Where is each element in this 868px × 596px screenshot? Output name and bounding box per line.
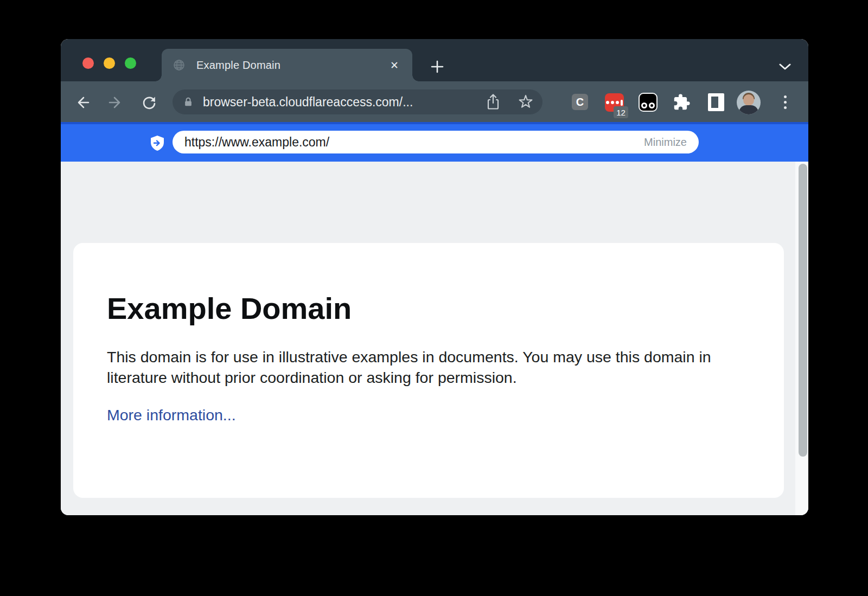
active-tab[interactable]: Example Domain ✕ [162,49,412,81]
browser-menu-button[interactable] [778,92,792,112]
address-bar[interactable]: browser-beta.cloudflareaccess.com/... [173,89,542,114]
example-domain-card: Example Domain This domain is for use in… [73,243,784,498]
minimize-window-button[interactable] [104,57,115,69]
shield-arrow-icon [150,135,165,151]
extension-badge-count: 12 [614,106,628,118]
extension-c-button[interactable]: C [572,94,588,110]
dot-icon [784,106,787,109]
back-icon [74,94,91,111]
avatar-face [743,94,754,106]
reload-icon [141,94,158,111]
side-panel-icon [711,97,718,108]
back-button[interactable] [73,93,92,112]
chevron-down-icon [779,63,791,70]
tab-search-button[interactable] [775,60,795,74]
bar-icon [621,100,623,106]
extensions-menu-button[interactable] [672,92,691,112]
isolation-toolbar: https://www.example.com/ Minimize [61,122,808,162]
extension-oo-button[interactable] [639,93,658,112]
dot-icon [616,101,619,104]
new-tab-button[interactable] [427,57,447,76]
page-title: Example Domain [107,291,750,326]
zoom-window-button[interactable] [125,57,136,69]
reload-button[interactable] [139,93,159,112]
address-bar-url: browser-beta.cloudflareaccess.com/... [203,95,484,110]
plus-icon [430,60,444,74]
forward-icon [107,94,124,111]
tab-strip: Example Domain ✕ [61,39,808,81]
screenshot-background: Example Domain ✕ [0,0,868,596]
dot-icon [784,95,787,98]
dot-icon [784,101,787,104]
globe-icon [173,59,186,72]
remote-url-input[interactable]: https://www.example.com/ Minimize [173,131,699,153]
page-body-text: This domain is for use in illustrative e… [107,347,736,388]
side-panel-button[interactable] [708,93,724,111]
page-viewport: Example Domain This domain is for use in… [61,162,808,515]
star-icon [517,93,534,111]
browser-window: Example Domain ✕ [61,39,808,515]
tab-title: Example Domain [196,59,387,72]
share-button[interactable] [484,93,502,111]
dot-icon [611,101,614,104]
share-icon [485,93,501,111]
scrollbar-thumb[interactable] [799,164,807,457]
navigation-bar: browser-beta.cloudflareaccess.com/... C [61,81,808,122]
remote-url-value: https://www.example.com/ [184,135,644,150]
puzzle-icon [673,93,691,111]
lock-icon [182,96,194,108]
circle-icon [649,102,655,108]
circle-icon [641,102,647,108]
avatar-body [739,105,758,114]
more-information-link[interactable]: More information... [107,406,236,424]
dot-icon [606,101,609,104]
tab-close-icon[interactable]: ✕ [387,58,401,72]
bookmark-button[interactable] [516,93,535,111]
close-window-button[interactable] [82,57,94,69]
forward-button[interactable] [106,93,125,112]
minimize-toolbar-button[interactable]: Minimize [644,136,687,149]
profile-avatar[interactable] [737,91,761,114]
